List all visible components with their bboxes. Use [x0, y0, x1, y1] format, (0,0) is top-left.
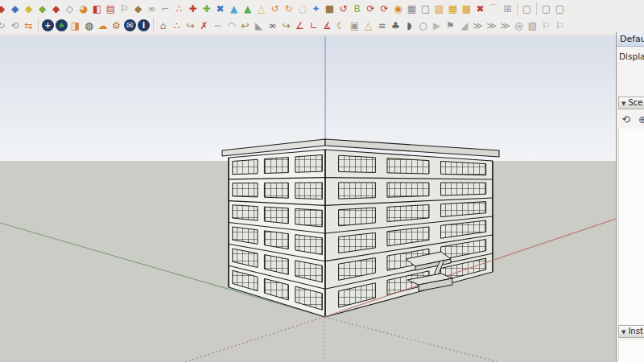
- red-cross-tool-icon[interactable]: ✚: [186, 2, 200, 16]
- gray-box-pair2-tool-icon[interactable]: ▢: [553, 2, 567, 16]
- gear-tool-icon[interactable]: ⚙: [109, 19, 123, 33]
- hatch-square-tool-icon[interactable]: ▨: [432, 2, 446, 16]
- model-face[interactable]: [264, 183, 288, 198]
- model-face[interactable]: [441, 183, 486, 195]
- flag-banner-tool-icon[interactable]: ⚑: [444, 19, 457, 33]
- green-b-tool-icon[interactable]: B: [350, 2, 364, 16]
- info-tool-icon[interactable]: i: [138, 19, 150, 31]
- chevron1-tool-icon[interactable]: ≫: [471, 19, 485, 33]
- dome-tool-icon[interactable]: ◗: [402, 19, 416, 33]
- red-angle2-tool-icon[interactable]: ∟: [307, 19, 320, 33]
- arc-handles-tool-icon[interactable]: ⌒: [487, 2, 501, 16]
- plugin-yellow-diamond-icon[interactable]: ◆: [22, 2, 35, 16]
- refresh-scene-icon[interactable]: ⟲: [619, 112, 633, 126]
- polygon2-tool-icon[interactable]: ○: [416, 19, 430, 33]
- goggles-tool-icon[interactable]: ∞: [266, 19, 279, 33]
- page-flag-tool-icon[interactable]: ⚐: [539, 19, 553, 33]
- plugin-white-diamond-icon[interactable]: ◇: [63, 2, 76, 16]
- red-swirl-tool-icon[interactable]: ↺: [336, 2, 350, 16]
- column-stack-tool-icon[interactable]: ≡: [375, 19, 389, 33]
- orange-hook-tool-icon[interactable]: ↺: [268, 2, 282, 16]
- arrow-shape-tool-icon[interactable]: ▶: [430, 19, 444, 33]
- checker-sphere-tool-icon[interactable]: ◍: [82, 19, 96, 33]
- model-face[interactable]: [233, 183, 258, 197]
- blue-droplet-tool-icon[interactable]: ▲: [227, 2, 241, 16]
- wire-box-tool-icon[interactable]: □: [419, 2, 432, 16]
- tile-grid-tool-icon[interactable]: ⊞: [501, 2, 514, 16]
- model-face[interactable]: [233, 159, 258, 175]
- dotted-path-tool-icon[interactable]: ∴: [172, 2, 186, 16]
- ring-tool-icon[interactable]: ◌: [295, 2, 309, 16]
- flag-tool-icon[interactable]: ⚐: [118, 2, 131, 16]
- chevron3-tool-icon[interactable]: ≫: [498, 19, 512, 33]
- model-face[interactable]: [441, 161, 486, 175]
- green-cross-tool-icon[interactable]: ✚: [200, 2, 213, 16]
- forest-tool-icon[interactable]: ♣: [389, 19, 402, 33]
- scenes-section-header[interactable]: ▼Sce: [618, 97, 644, 109]
- model-face[interactable]: [233, 205, 258, 220]
- x-line-tool-icon[interactable]: ✗: [197, 19, 211, 33]
- viewport-3d[interactable]: [0, 36, 616, 362]
- grid-2x2-tool-icon[interactable]: ▦: [446, 2, 460, 16]
- plugin-green-diamond-icon[interactable]: ◆: [35, 2, 49, 16]
- red-angle3-tool-icon[interactable]: ∡: [320, 19, 334, 33]
- model-face[interactable]: [387, 183, 429, 197]
- red-angle1-tool-icon[interactable]: ∠: [293, 19, 307, 33]
- model-face[interactable]: [264, 158, 288, 174]
- add-circle-tool-icon[interactable]: +: [42, 19, 54, 31]
- envelope-tool-icon[interactable]: ✉: [124, 19, 136, 31]
- blob-pair-tool-icon[interactable]: ~: [211, 19, 225, 33]
- crescent-tool-icon[interactable]: ☾: [334, 19, 348, 33]
- gray-stack-tool-icon[interactable]: ▢: [520, 2, 534, 16]
- curve-arrow-tool-icon[interactable]: ↩: [238, 19, 252, 33]
- model-face[interactable]: [387, 158, 429, 174]
- add-scene-icon[interactable]: ⊕: [636, 112, 644, 126]
- plugin-red-diamond-icon[interactable]: ◆: [0, 2, 8, 16]
- model-face[interactable]: [295, 208, 323, 227]
- model-face[interactable]: [339, 208, 376, 226]
- rotate-box1-tool-icon[interactable]: ⟳: [364, 2, 378, 16]
- glasses-tool-icon[interactable]: ∞: [145, 2, 159, 16]
- tree-circle-tool-icon[interactable]: ♠: [56, 19, 68, 31]
- brown-prism-tool-icon[interactable]: ◆: [131, 2, 145, 16]
- sync-tool-icon[interactable]: ⟲: [8, 19, 22, 33]
- rotate-box2-tool-icon[interactable]: ⟳: [378, 2, 391, 16]
- layers-tool-icon[interactable]: ◨: [68, 19, 82, 33]
- checker-pair-tool-icon[interactable]: ▦: [405, 2, 419, 16]
- animal-tool-icon[interactable]: ◠: [225, 19, 238, 33]
- dot-curve-tool-icon[interactable]: ∴: [170, 19, 184, 33]
- orange-double-hook-tool-icon[interactable]: ↻: [282, 2, 295, 16]
- orange-target-tool-icon[interactable]: ◉: [391, 2, 405, 16]
- green-droplet-tool-icon[interactable]: ▲: [241, 2, 254, 16]
- cone-tool-icon[interactable]: △: [361, 19, 375, 33]
- grid-3x3-tool-icon[interactable]: ▩: [460, 2, 473, 16]
- plugin-red-diamond2-icon[interactable]: ◆: [49, 2, 63, 16]
- model-face[interactable]: [295, 183, 323, 200]
- model-face[interactable]: [295, 154, 323, 172]
- fold-triangle-tool-icon[interactable]: ◣: [252, 19, 266, 33]
- ramp-tool-icon[interactable]: ◢: [457, 19, 471, 33]
- banner-pole-tool-icon[interactable]: ⚐: [553, 19, 567, 33]
- model-face[interactable]: [339, 155, 376, 172]
- blue-x-tool-icon[interactable]: ✖: [213, 2, 227, 16]
- model-face[interactable]: [339, 183, 376, 199]
- instructor-section-header[interactable]: ▼Inst: [618, 325, 644, 338]
- refresh-c-tool-icon[interactable]: ↻: [0, 19, 8, 33]
- ledger-tool-icon[interactable]: ▤: [104, 2, 118, 16]
- ramp-stack-tool-icon[interactable]: ▨: [526, 19, 539, 33]
- hook-arrow-tool-icon[interactable]: ↪: [279, 19, 293, 33]
- half-square-tool-icon[interactable]: ◧: [90, 2, 104, 16]
- pie-tool-icon[interactable]: ◕: [76, 2, 90, 16]
- box-sphere-tool-icon[interactable]: ▣: [348, 19, 361, 33]
- cloud-upload-tool-icon[interactable]: ☁: [96, 19, 109, 33]
- chevron2-tool-icon[interactable]: ≫: [485, 19, 498, 33]
- gray-box-pair1-tool-icon[interactable]: ▢: [539, 2, 553, 16]
- snail-tool-icon[interactable]: ◎: [512, 19, 526, 33]
- send-arrow-tool-icon[interactable]: ↪: [184, 19, 197, 33]
- swap-arrows-tool-icon[interactable]: ⇆: [22, 19, 35, 33]
- plugin-blue-diamond-icon[interactable]: ◆: [8, 2, 22, 16]
- model-face[interactable]: [264, 207, 288, 224]
- yellow-triangle-tool-icon[interactable]: △: [254, 2, 268, 16]
- brown-box-tool-icon[interactable]: ■: [323, 2, 336, 16]
- compass-star-tool-icon[interactable]: ✦: [309, 2, 323, 16]
